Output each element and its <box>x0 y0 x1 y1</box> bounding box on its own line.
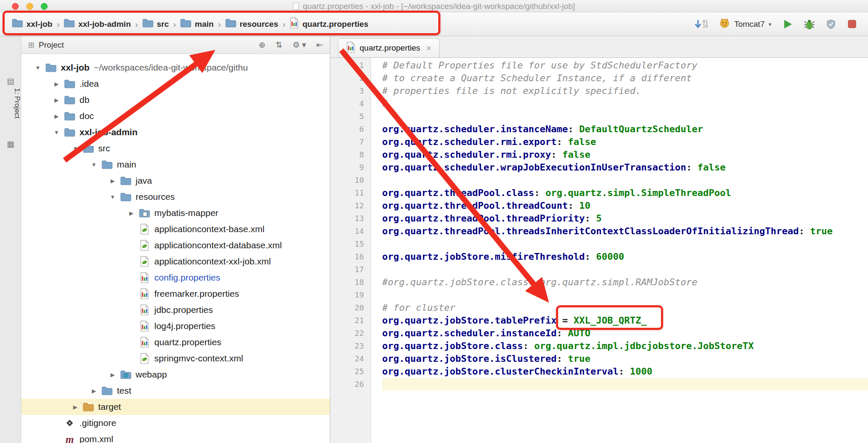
run-button[interactable] <box>783 19 793 30</box>
chevron-expanded-icon[interactable]: ▼ <box>106 194 119 200</box>
tree-item-src[interactable]: ▼src <box>21 140 330 156</box>
tree-item-xxl-job-admin[interactable]: ▼xxl-job-admin <box>21 124 330 140</box>
breadcrumb-item-xxl-job-admin[interactable]: xxl-job-admin <box>64 18 131 30</box>
xml-file-icon <box>138 224 151 235</box>
tree-item-webapp[interactable]: ▶webapp <box>21 366 330 383</box>
code-line-18[interactable]: #org.quartz.jobStore.class: org.quartz.s… <box>382 276 868 289</box>
code-line-16[interactable]: org.quartz.jobStore.misfireThreshold: 60… <box>382 250 868 263</box>
tree-item-db[interactable]: ▶db <box>21 92 330 108</box>
code-line-12[interactable]: org.quartz.threadPool.threadCount: 10 <box>382 199 868 212</box>
tree-item-label: doc <box>79 111 94 121</box>
code-area[interactable]: # Default Properties file for use by Std… <box>371 58 868 443</box>
chevron-collapsed-icon[interactable]: ▶ <box>88 388 100 394</box>
coverage-button[interactable] <box>826 19 836 30</box>
code-line-23[interactable]: org.quartz.jobStore.class: org.quartz.im… <box>382 340 868 352</box>
code-line-2[interactable]: # to create a Quartz Scheduler Instance,… <box>382 72 868 85</box>
code-line-3[interactable]: # properties file is not explicitly spec… <box>382 85 868 97</box>
chevron-collapsed-icon[interactable]: ▶ <box>69 404 82 410</box>
chevron-collapsed-icon[interactable]: ▶ <box>125 210 138 216</box>
line-number-21: 21 <box>330 314 371 327</box>
tree-item-test[interactable]: ▶test <box>21 383 330 399</box>
tree-item-pom.xml[interactable]: mpom.xml <box>21 431 330 443</box>
close-tab-icon[interactable]: × <box>426 43 431 53</box>
code-line-25[interactable]: org.quartz.jobStore.clusterCheckinInterv… <box>382 365 868 378</box>
tree-item-applicationcontext-database.xml[interactable]: applicationcontext-database.xml <box>21 237 330 253</box>
chevron-expanded-icon[interactable]: ▼ <box>50 129 63 136</box>
breadcrumb-item-main[interactable]: main <box>180 18 213 30</box>
collapse-all-icon[interactable]: ⇅ <box>275 40 282 50</box>
folder-icon <box>225 18 236 30</box>
folder-icon <box>44 63 58 72</box>
breadcrumb-item-resources[interactable]: resources <box>225 18 278 30</box>
code-line-9[interactable]: org.quartz.scheduler.wrapJobExecutionInU… <box>382 161 868 174</box>
tree-item-log4j.properties[interactable]: log4j.properties <box>21 318 330 334</box>
code-line-4[interactable]: # <box>382 97 868 110</box>
tree-item-doc[interactable]: ▶doc <box>21 108 330 124</box>
locate-icon[interactable]: ⊕ <box>258 40 265 50</box>
chevron-collapsed-icon[interactable]: ▶ <box>106 178 119 184</box>
tree-item-main[interactable]: ▼main <box>21 156 330 173</box>
code-line-15[interactable] <box>382 238 868 250</box>
update-application-button[interactable]: 0110 <box>694 19 708 30</box>
debug-button[interactable] <box>804 19 815 30</box>
code-line-22[interactable]: org.quartz.scheduler.instanceId: AUTO <box>382 327 868 340</box>
chevron-collapsed-icon[interactable]: ▶ <box>50 97 63 103</box>
hide-panel-icon[interactable]: ⇤ <box>316 40 323 50</box>
breadcrumb-item-quartz.properties[interactable]: quartz.properties <box>289 17 368 31</box>
tree-item-freemarker.properties[interactable]: freemarker.properties <box>21 286 330 302</box>
project-toolwindow-icon[interactable]: ▤ <box>0 76 21 86</box>
code-line-26[interactable] <box>382 378 868 391</box>
chevron-expanded-icon[interactable]: ▼ <box>31 65 44 71</box>
code-line-11[interactable]: org.quartz.threadPool.class: org.quartz.… <box>382 187 868 199</box>
code-line-1[interactable]: # Default Properties file for use by Std… <box>382 59 868 72</box>
toolwindow-button-project[interactable]: 1: Project <box>0 88 21 119</box>
code-line-14[interactable]: org.quartz.threadPool.threadsInheritCont… <box>382 225 868 238</box>
code-line-7[interactable]: org.quartz.scheduler.rmi.export: false <box>382 136 868 148</box>
tree-item-java[interactable]: ▶java <box>21 173 330 189</box>
line-number-4: 4 <box>330 97 371 110</box>
chevron-collapsed-icon[interactable]: ▶ <box>50 113 63 119</box>
tree-item-applicationcontext-base.xml[interactable]: applicationcontext-base.xml <box>21 221 330 237</box>
tree-item-.idea[interactable]: ▶.idea <box>21 76 330 92</box>
tree-item-applicationcontext-xxl-job.xml[interactable]: applicationcontext-xxl-job.xml <box>21 253 330 270</box>
tree-item-mybatis-mapper[interactable]: ▶mybatis-mapper <box>21 205 330 221</box>
tree-item-quartz.properties[interactable]: quartz.properties <box>21 334 330 350</box>
chevron-collapsed-icon[interactable]: ▶ <box>50 81 63 87</box>
code-line-19[interactable] <box>382 289 868 301</box>
tree-item-resources[interactable]: ▼resources <box>21 189 330 205</box>
line-number-11: 11 <box>330 187 371 199</box>
stop-button[interactable] <box>847 19 857 29</box>
code-line-5[interactable] <box>382 110 868 123</box>
favorites-toolwindow-icon[interactable]: ▦ <box>0 139 21 149</box>
settings-icon[interactable]: ⚙ ▾ <box>292 40 306 50</box>
project-panel: ⊞ Project ⊕⇅⚙ ▾⇤ ▼xxl-job~/workspaces/id… <box>21 36 330 443</box>
tree-item-label: xxl-job-admin <box>79 127 138 137</box>
chevron-collapsed-icon[interactable]: ▶ <box>106 372 119 378</box>
code-line-17[interactable] <box>382 263 868 276</box>
run-configuration-selector[interactable]: Tomcat7 ▾ <box>719 17 772 31</box>
code-line-8[interactable]: org.quartz.scheduler.rmi.proxy: false <box>382 148 868 161</box>
breadcrumb-label: main <box>195 20 213 29</box>
editor-area: quartz.properties × 12345678910111213141… <box>330 36 868 443</box>
code-line-13[interactable]: org.quartz.threadPool.threadPriority: 5 <box>382 212 868 225</box>
tree-item-target[interactable]: ▶target <box>21 399 330 415</box>
module-path: ~/workspaces/idea-git-workspace/githu <box>94 62 248 73</box>
editor-tab-quartz-properties[interactable]: quartz.properties × <box>338 38 440 57</box>
code-line-24[interactable]: org.quartz.jobStore.isClustered: true <box>382 352 868 365</box>
tree-item-config.properties[interactable]: config.properties <box>21 270 330 286</box>
tree-item-springmvc-context.xml[interactable]: springmvc-context.xml <box>21 350 330 366</box>
breadcrumb-item-xxl-job[interactable]: xxl-job <box>12 18 52 30</box>
tree-item-label: db <box>79 95 89 105</box>
breadcrumb-item-src[interactable]: src <box>142 18 169 30</box>
chevron-expanded-icon[interactable]: ▼ <box>88 162 100 168</box>
tree-item-jdbc.properties[interactable]: jdbc.properties <box>21 302 330 318</box>
code-line-10[interactable] <box>382 174 868 187</box>
folder-icon <box>100 386 114 395</box>
tree-item-.gitignore[interactable]: .gitignore <box>21 415 330 431</box>
code-line-6[interactable]: org.quartz.scheduler.instanceName: Defau… <box>382 123 868 136</box>
code-line-21[interactable]: org.quartz.jobStore.tablePrefix = XXL_JO… <box>382 314 868 327</box>
tree-item-label: webapp <box>136 369 167 380</box>
tree-item-xxl-job[interactable]: ▼xxl-job~/workspaces/idea-git-workspace/… <box>21 60 330 76</box>
chevron-expanded-icon[interactable]: ▼ <box>69 145 82 152</box>
code-line-20[interactable]: # for cluster <box>382 301 868 314</box>
